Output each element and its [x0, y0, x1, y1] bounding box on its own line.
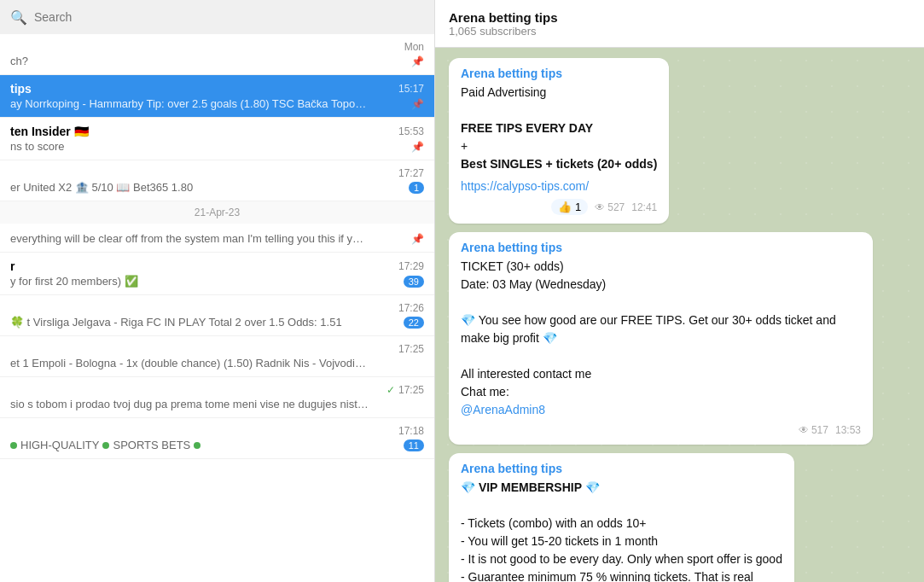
best-singles-line: Best SINGLES + tickets (20+ odds) — [461, 157, 657, 171]
subscriber-count: 1,065 subscribers — [449, 25, 910, 38]
message-row: Arena betting tips 💎 VIP MEMBERSHIP 💎 - … — [449, 453, 910, 582]
unread-badge: 39 — [404, 276, 424, 288]
vip-line3: - It is not good to be every day. Only w… — [461, 552, 782, 566]
chat-preview: sio s tobom i prodao tvoj dug pa prema t… — [10, 398, 369, 410]
message-row: Arena betting tips Paid Advertising FREE… — [449, 58, 910, 224]
search-input[interactable] — [34, 10, 424, 24]
chat-preview: everything will be clear off from the sy… — [10, 232, 369, 245]
date-line: Date: 03 May (Wednesday) — [461, 277, 606, 291]
search-bar[interactable]: 🔍 — [0, 0, 434, 34]
message-bubble: Arena betting tips 💎 VIP MEMBERSHIP 💎 - … — [449, 453, 794, 582]
chat-preview: er United X2 🏦 5/10 📖 Bet365 1.80 — [10, 181, 193, 194]
pin-icon: 📌 — [411, 98, 424, 110]
free-tips-desc: 💎 You see how good are our FREE TIPS. Ge… — [461, 313, 836, 345]
message-text: Paid Advertising FREE TIPS EVERY DAY + B… — [461, 84, 657, 173]
chat-time: 17:25 — [398, 384, 424, 396]
dot-label-2: SPORTS BETS — [113, 439, 190, 451]
eye-icon: 👁 — [799, 424, 809, 436]
chat-time: 15:53 — [398, 125, 424, 137]
search-icon: 🔍 — [10, 9, 27, 26]
chat-name: r — [10, 259, 15, 273]
message-row: Arena betting tips TICKET (30+ odds) Dat… — [449, 232, 910, 445]
chat-item[interactable]: Mon ch? 📌 — [0, 34, 434, 75]
chat-preview: et 1 Empoli - Bologna - 1x (double chanc… — [10, 357, 369, 370]
chat-time: 15:17 — [398, 83, 424, 95]
chat-header: Arena betting tips 1,065 subscribers — [435, 0, 924, 48]
unread-badge: 11 — [404, 439, 424, 451]
pin-icon: 📌 — [411, 55, 424, 67]
free-tips-line: FREE TIPS EVERY DAY — [461, 121, 593, 135]
chat-item[interactable]: 17:18 HIGH-QUALITY SPORTS BETS 11 — [0, 418, 434, 459]
chat-time: 17:25 — [398, 343, 424, 355]
chat-item[interactable]: 17:26 🍀 t Virsliga Jelgava - Riga FC IN … — [0, 295, 434, 336]
chat-preview: ay Norrkoping - Hammarby Tip: over 2.5 g… — [10, 97, 369, 110]
message-bubble: Arena betting tips Paid Advertising FREE… — [449, 58, 669, 224]
chat-panel: Arena betting tips 1,065 subscribers Are… — [435, 0, 924, 582]
chat-time: 17:26 — [398, 302, 424, 314]
unread-badge: 22 — [404, 317, 424, 329]
dot-label-1: HIGH-QUALITY — [20, 439, 99, 451]
dot-2 — [102, 442, 109, 449]
chat-me: Chat me: — [461, 385, 509, 399]
plus-sign: + — [461, 139, 468, 153]
chat-preview: ch? — [10, 55, 28, 67]
vip-title: 💎 VIP MEMBERSHIP 💎 — [461, 480, 600, 494]
chat-item[interactable]: ✓ 17:25 sio s tobom i prodao tvoj dug pa… — [0, 377, 434, 418]
chat-item[interactable]: 17:25 et 1 Empoli - Bologna - 1x (double… — [0, 336, 434, 377]
arena-admin-link[interactable]: @ArenaAdmin8 — [461, 403, 545, 416]
message-views: 👁 527 — [595, 201, 625, 213]
chat-item[interactable]: ten Insider 🇩🇪 15:53 ns to score 📌 — [0, 118, 434, 160]
forward-button[interactable]: ↪ — [880, 414, 910, 445]
chat-preview: 🍀 t Virsliga Jelgava - Riga FC IN PLAY T… — [10, 316, 342, 329]
chat-item-active[interactable]: tips 15:17 ay Norrkoping - Hammarby Tip:… — [0, 75, 434, 118]
message-sender: Arena betting tips — [461, 462, 782, 475]
message-text: TICKET (30+ odds) Date: 03 May (Wednesda… — [461, 258, 861, 419]
pin-icon: 📌 — [411, 141, 424, 153]
date-divider: 21-Apr-23 — [0, 201, 434, 224]
reaction-count: 1 — [575, 201, 581, 213]
reaction-badge: 👍 1 — [551, 199, 588, 215]
forward-button[interactable]: ↪ — [676, 193, 706, 224]
message-views: 👁 517 — [799, 424, 828, 436]
chat-time: 17:27 — [398, 167, 424, 179]
view-count: 517 — [811, 424, 828, 436]
vip-line4: - Guarantee minimum 75 % winning tickets… — [461, 570, 753, 582]
chat-preview: ns to score — [10, 140, 65, 153]
chat-name: ten Insider 🇩🇪 — [10, 125, 89, 138]
channel-name: Arena betting tips — [449, 10, 910, 25]
message-bubble: Arena betting tips TICKET (30+ odds) Dat… — [449, 232, 873, 445]
chat-time: 17:29 — [398, 260, 424, 272]
view-count: 527 — [607, 201, 625, 213]
message-text: 💎 VIP MEMBERSHIP 💎 - Tickets (combo) wit… — [461, 479, 782, 582]
chat-time: Mon — [404, 41, 424, 53]
dot-1 — [10, 442, 17, 449]
message-time: 13:53 — [835, 424, 861, 436]
pin-icon: 📌 — [411, 233, 424, 245]
chat-preview: y for first 20 members) ✅ — [10, 275, 138, 288]
contact-intro: All interested contact me — [461, 367, 591, 381]
dot-3 — [194, 442, 200, 449]
chat-time: 17:18 — [398, 425, 424, 437]
message-sender: Arena betting tips — [461, 241, 861, 254]
chat-item[interactable]: 17:27 er United X2 🏦 5/10 📖 Bet365 1.80 … — [0, 160, 434, 201]
paid-advertising: Paid Advertising — [461, 85, 546, 99]
check-icon: ✓ — [386, 384, 395, 396]
thumbs-up-emoji: 👍 — [558, 201, 572, 213]
vip-line1: - Tickets (combo) with an odds 10+ — [461, 516, 647, 530]
messages-area: Arena betting tips Paid Advertising FREE… — [435, 48, 924, 582]
message-sender: Arena betting tips — [461, 67, 657, 80]
calypso-link[interactable]: https://calypso-tips.com/ — [461, 179, 589, 193]
message-time: 12:41 — [631, 201, 657, 213]
chat-list: Mon ch? 📌 tips 15:17 ay Norrkoping - Ham… — [0, 34, 434, 582]
eye-icon: 👁 — [595, 201, 605, 213]
chat-name: tips — [10, 82, 32, 96]
vip-line2: - You will get 15-20 tickets in 1 month — [461, 534, 658, 548]
ticket-line: TICKET (30+ odds) — [461, 259, 564, 273]
chat-item[interactable]: everything will be clear off from the sy… — [0, 224, 434, 253]
chat-item[interactable]: r 17:29 y for first 20 members) ✅ 39 — [0, 253, 434, 295]
unread-badge: 1 — [409, 182, 424, 194]
chat-list-panel: 🔍 Mon ch? 📌 tips 15:17 ay Norrkoping - H… — [0, 0, 435, 582]
